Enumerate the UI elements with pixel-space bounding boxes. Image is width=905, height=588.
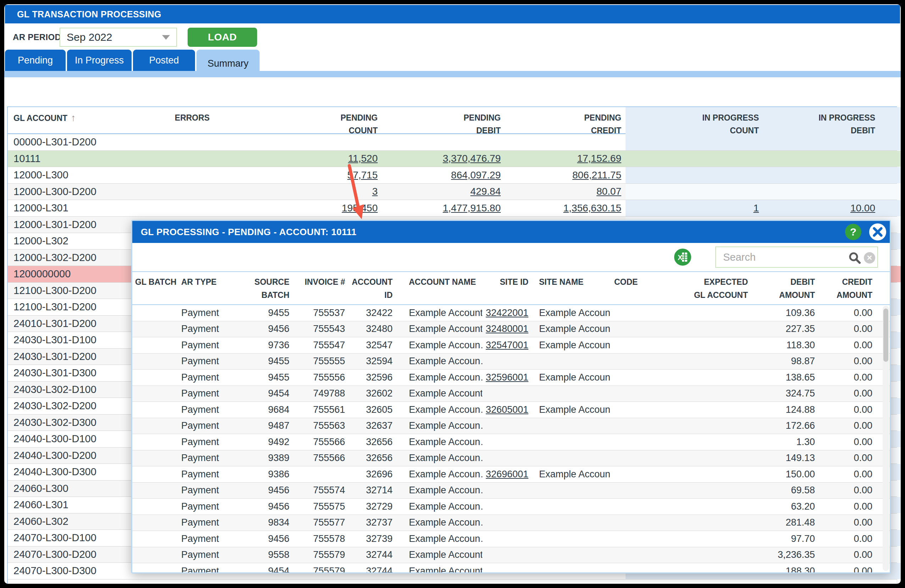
search-input[interactable]	[716, 251, 833, 264]
expected-gl-account-cell	[645, 305, 752, 321]
site-id-cell	[482, 531, 533, 547]
source-batch-cell: 9558	[241, 547, 294, 563]
clear-search-icon[interactable]: ✕	[864, 252, 875, 264]
in-progress-count-link[interactable]: 1	[753, 202, 759, 214]
modal-transaction-row: Payment945675557532729Example Accoun…63.…	[132, 499, 890, 515]
pending-count-link[interactable]: 195,450	[342, 202, 378, 214]
source-batch-cell: 9456	[241, 499, 294, 515]
help-button[interactable]: ?	[845, 224, 861, 240]
pending-count-link[interactable]: 3	[372, 186, 378, 197]
in-progress-debit-cell	[763, 167, 901, 183]
site-id-link[interactable]: 32547001	[486, 340, 529, 351]
summary-col-errors[interactable]: ERRORS	[129, 107, 256, 137]
summary-col-gl-account[interactable]: GL ACCOUNT↑	[8, 107, 129, 137]
invoice-cell: 755555	[294, 354, 349, 370]
summary-col-pending-count[interactable]: PENDINGCOUNT	[256, 107, 382, 137]
account-id-cell: 32714	[349, 483, 397, 499]
gl-batch-cell	[132, 515, 178, 531]
pending-credit-link[interactable]: 806,211.75	[572, 170, 621, 181]
app-window: GL TRANSACTION PROCESSING AR PERIOD Sep …	[4, 4, 901, 584]
modal-scrollbar-thumb[interactable]	[883, 308, 888, 362]
tab-posted[interactable]: Posted	[133, 50, 195, 71]
ar-type-cell: Payment	[178, 337, 241, 353]
load-button[interactable]: LOAD	[187, 28, 257, 47]
ar-period-select[interactable]: Sep 2022	[60, 28, 177, 47]
code-cell	[610, 321, 645, 337]
pending-count-link[interactable]: 57,715	[347, 170, 378, 181]
summary-col-pending-debit[interactable]: PENDINGDEBIT	[382, 107, 505, 137]
site-id-link[interactable]: 32480001	[486, 323, 529, 334]
pending-credit-link[interactable]: 80.07	[597, 186, 621, 197]
account-id-cell: 32637	[349, 418, 397, 434]
gl-batch-cell	[132, 386, 178, 402]
errors-cell	[129, 167, 256, 183]
gl-account-cell: 24030-L301-D200	[8, 349, 129, 365]
expected-gl-account-cell	[645, 370, 752, 386]
pending-debit-link[interactable]: 864,097.29	[451, 170, 501, 181]
tab-in-progress[interactable]: In Progress	[67, 50, 132, 71]
source-batch-cell: 9389	[241, 450, 294, 466]
tab-pending[interactable]: Pending	[5, 50, 66, 71]
modal-col-account-name[interactable]: ACCOUNT NAME	[397, 276, 482, 304]
modal-col-source-batch[interactable]: SOURCEBATCH	[241, 276, 294, 304]
site-id-link[interactable]: 32596001	[486, 372, 529, 383]
site-name-cell	[533, 531, 610, 547]
site-id-link[interactable]: 32696001	[486, 469, 529, 480]
source-batch-cell: 9455	[241, 354, 294, 370]
site-name-cell	[533, 499, 610, 515]
gl-account-cell: 24060-L302	[8, 513, 129, 530]
modal-transaction-row: Payment945675554332480Example Account324…	[132, 321, 890, 338]
pending-debit-link[interactable]: 3,370,476.79	[443, 153, 501, 164]
modal-col-site-name[interactable]: SITE NAME	[533, 276, 610, 304]
summary-col-in-progress-count[interactable]: IN PROGRESSCOUNT	[626, 107, 763, 137]
excel-export-button[interactable]: X	[674, 249, 691, 265]
modal-scrollbar[interactable]	[883, 306, 889, 571]
gl-batch-cell	[132, 402, 178, 418]
column-label: INVOICE #	[294, 276, 345, 289]
modal-col-ar-type[interactable]: AR TYPE	[178, 276, 241, 304]
ar-type-cell: Payment	[178, 305, 241, 321]
pending-count-link[interactable]: 11,520	[348, 153, 378, 164]
modal-col-debit-amount[interactable]: DEBITAMOUNT	[752, 276, 819, 304]
account-id-cell: 32422	[349, 305, 397, 321]
column-label: ERRORS	[129, 111, 256, 124]
modal-col-credit-amount[interactable]: CREDITAMOUNT	[819, 276, 876, 304]
account-id-cell: 32744	[349, 547, 397, 563]
site-id-link[interactable]: 32605001	[486, 404, 529, 415]
pending-debit-link[interactable]: 1,477,915.80	[443, 202, 501, 214]
column-label: CREDIT	[819, 276, 872, 289]
modal-col-gl-batch[interactable]: GL BATCH	[132, 276, 178, 304]
pending-debit-link[interactable]: 429.84	[470, 186, 501, 197]
gl-account-cell: 24030-L302-D300	[8, 415, 129, 431]
site-id-link[interactable]: 32422001	[486, 307, 529, 318]
search-box: ✕	[715, 246, 878, 268]
modal-col-expected-gl-account[interactable]: EXPECTEDGL ACCOUNT	[645, 276, 752, 304]
close-button[interactable]	[869, 223, 886, 240]
modal-col-account-id[interactable]: ACCOUNT ID	[349, 276, 397, 304]
modal-transaction-row: Payment945675557432714Example Accoun…69.…	[132, 483, 890, 499]
account-id-cell: 32737	[349, 515, 397, 531]
modal-transaction-row: Payment983475557732737Example Accoun…281…	[132, 515, 890, 531]
source-batch-cell: 9492	[241, 434, 294, 450]
pending-credit-link[interactable]: 1,356,630.15	[564, 202, 622, 214]
ar-type-cell: Payment	[178, 547, 241, 563]
expected-gl-account-cell	[645, 499, 752, 515]
in-progress-count-cell	[626, 134, 763, 150]
modal-table-header: GL BATCHAR TYPESOURCEBATCHINVOICE #ACCOU…	[132, 271, 890, 305]
invoice-cell: 755575	[294, 499, 349, 515]
pending-credit-link[interactable]: 17,152.69	[577, 153, 621, 164]
gl-account-cell: 12100-L300-D200	[8, 283, 129, 299]
search-icon[interactable]	[848, 251, 861, 264]
summary-col-in-progress-debit[interactable]: IN PROGRESSDEBIT	[763, 107, 901, 137]
summary-row-00000-l301-d200: 00000-L301-D200	[8, 134, 897, 151]
modal-col-code[interactable]: CODE	[610, 276, 645, 304]
invoice-cell: 755577	[294, 515, 349, 531]
site-name-cell: Example Accoun…	[533, 466, 610, 482]
modal-transaction-row: Payment945575553732422Example Account324…	[132, 305, 890, 321]
credit-amount-cell: 0.00	[819, 466, 876, 482]
tab-summary[interactable]: Summary	[197, 50, 260, 77]
in-progress-debit-link[interactable]: 10.00	[850, 202, 875, 214]
modal-col-site-id[interactable]: SITE ID	[482, 276, 533, 304]
modal-col-invoice[interactable]: INVOICE #	[294, 276, 349, 304]
summary-col-pending-credit[interactable]: PENDINGCREDIT	[505, 107, 626, 137]
